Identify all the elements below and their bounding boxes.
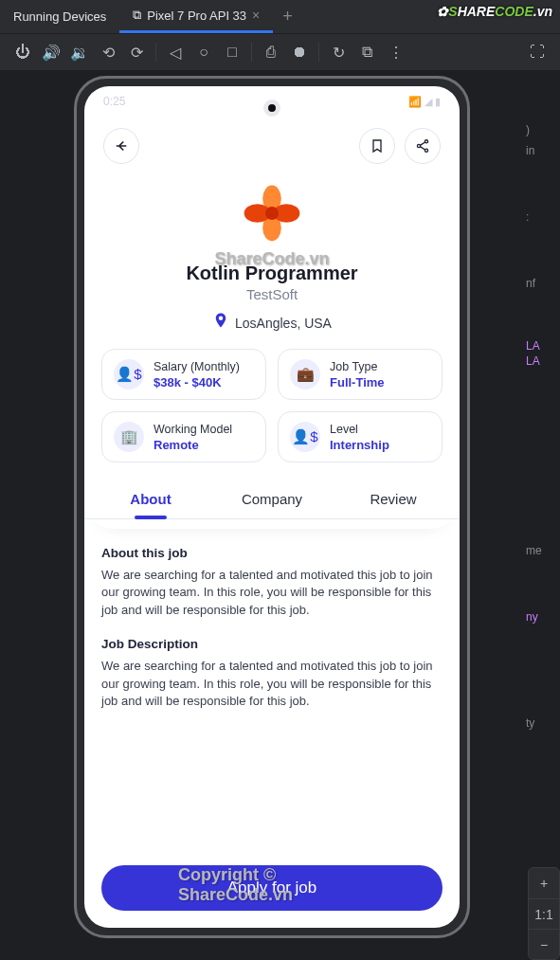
device-screen: 0:25 📶 ◢ ▮ Kotlin Programmer TestSoft (84, 86, 460, 928)
camera-punch (263, 100, 280, 117)
location-text: LosAngles, USA (235, 316, 332, 331)
power-icon[interactable]: ⏻ (13, 43, 32, 62)
bookmark-button[interactable] (359, 128, 395, 164)
ide-tab-label: Running Devices (13, 9, 106, 24)
fold-icon[interactable]: ⧉ (357, 43, 376, 62)
rotate-right-icon[interactable]: ⟳ (127, 43, 146, 62)
zoom-in-button[interactable]: + (529, 868, 559, 898)
device-frame: 0:25 📶 ◢ ▮ Kotlin Programmer TestSoft (74, 76, 470, 938)
gutter-text: me (526, 544, 542, 557)
jobtype-card: 💼 Job Type Full-Time (278, 349, 443, 400)
zoom-panel: + 1:1 − (528, 867, 560, 960)
arrow-left-icon (113, 137, 130, 154)
info-label: Job Type (330, 360, 385, 373)
salary-card: 👤$ Salary (Monthly) $38k - $40K (101, 349, 266, 400)
expand-icon[interactable]: ⛶ (528, 43, 547, 62)
record-icon[interactable]: ⏺ (290, 43, 309, 62)
emulator-toolbar: ⏻ 🔊 🔉 ⟲ ⟳ ◁ ○ □ ⎙ ⏺ ↻ ⧉ ⋮ ⛶ (0, 34, 560, 70)
gutter-text: : (526, 210, 529, 224)
section-body: We are searching for a talented and moti… (101, 658, 443, 712)
share-button[interactable] (405, 128, 441, 164)
info-value: Remote (154, 438, 232, 452)
gutter-text: ny (526, 610, 538, 624)
close-icon[interactable]: × (252, 8, 260, 23)
ide-tab-running[interactable]: Running Devices (0, 0, 119, 33)
gutter-text: ty (526, 716, 534, 730)
back-icon[interactable]: ◁ (166, 43, 185, 62)
screenshot-icon[interactable]: ⎙ (262, 43, 280, 62)
info-label: Level (330, 423, 389, 436)
briefcase-icon: 💼 (290, 359, 320, 389)
add-tab-button[interactable]: + (273, 7, 302, 27)
about-content[interactable]: About this job We are searching for a ta… (84, 529, 460, 854)
gutter-text: LA (526, 354, 540, 368)
apply-button[interactable]: Apply for job (101, 865, 443, 911)
detail-tabs: About Company Review (84, 478, 460, 519)
status-time: 0:25 (103, 95, 125, 108)
more-icon[interactable]: ⋮ (386, 43, 405, 62)
info-label: Working Model (154, 423, 232, 436)
ide-tab-label: Pixel 7 Pro API 33 (147, 9, 246, 23)
gutter-text: LA (526, 339, 540, 353)
building-icon: 🏢 (114, 422, 144, 452)
job-info-cards: 👤$ Salary (Monthly) $38k - $40K 💼 Job Ty… (84, 334, 460, 478)
zoom-out-button[interactable]: − (529, 929, 559, 959)
app-bar (84, 117, 460, 175)
home-icon[interactable]: ○ (194, 43, 213, 62)
watermark-logo: ✿SHARECODE.vn (437, 4, 552, 19)
bookmark-icon (370, 138, 385, 154)
svg-point-7 (265, 207, 279, 220)
separator (251, 43, 252, 62)
share-icon (415, 138, 430, 154)
tab-company[interactable]: Company (211, 478, 333, 518)
ide-tab-device[interactable]: ⧉ Pixel 7 Pro API 33 × (119, 0, 273, 33)
job-title: Kotlin Programmer (84, 263, 460, 284)
back-button[interactable] (103, 128, 139, 164)
separator (155, 43, 156, 62)
separator (318, 43, 319, 62)
job-location: LosAngles, USA (84, 312, 460, 334)
job-header: Kotlin Programmer TestSoft LosAngles, US… (84, 175, 460, 529)
gutter-text: in (526, 144, 534, 157)
status-icons: 📶 ◢ ▮ (408, 96, 441, 108)
info-value: Full-Time (330, 375, 385, 389)
section-heading: Job Description (101, 635, 443, 654)
section-body: We are searching for a talented and moti… (101, 567, 443, 621)
company-logo (234, 175, 310, 251)
zoom-reset-button[interactable]: 1:1 (529, 898, 559, 929)
code-gutter: ) in : nf LA LA me ny ty + 1:1 − (522, 70, 560, 960)
info-value: $38k - $40K (154, 375, 240, 389)
info-label: Salary (Monthly) (154, 360, 240, 373)
volume-down-icon[interactable]: 🔉 (70, 43, 89, 62)
gutter-text: ) (526, 123, 530, 136)
level-icon: 👤$ (290, 422, 320, 452)
phone-icon: ⧉ (133, 8, 141, 23)
pin-icon (212, 312, 229, 334)
tab-review[interactable]: Review (333, 478, 454, 518)
gutter-text: nf (526, 277, 535, 290)
salary-icon: 👤$ (114, 359, 144, 389)
overview-icon[interactable]: □ (223, 43, 242, 62)
section-heading: About this job (101, 544, 443, 563)
level-card: 👤$ Level Internship (278, 411, 443, 462)
tab-about[interactable]: About (90, 478, 211, 518)
rotate-left-icon[interactable]: ⟲ (99, 43, 117, 62)
volume-up-icon[interactable]: 🔊 (42, 43, 61, 62)
job-company: TestSoft (84, 286, 460, 302)
refresh-icon[interactable]: ↻ (329, 43, 348, 62)
model-card: 🏢 Working Model Remote (101, 411, 266, 462)
info-value: Internship (330, 438, 389, 452)
